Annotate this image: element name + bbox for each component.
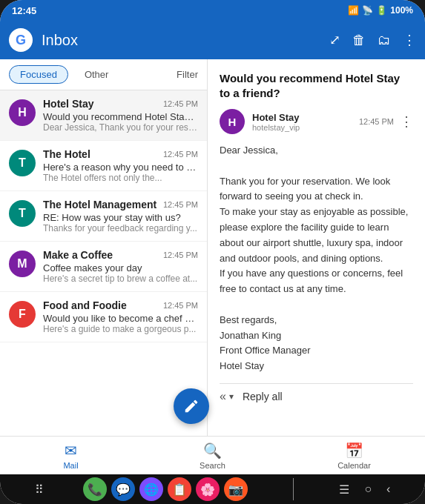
search-nav-icon: 🔍 [203, 442, 222, 460]
status-bar: 12:45 📶 📡 🔋 100% [0, 0, 425, 21]
nav-calendar[interactable]: 📅 Calendar [283, 437, 425, 474]
more-options-icon[interactable]: ⋮ [403, 32, 416, 48]
body-sign-off: Best regards, [220, 313, 413, 328]
app-icon-phone[interactable]: 📞 [83, 477, 107, 501]
email-sender-3: Make a Coffee [43, 249, 113, 261]
app-icon-flower[interactable]: 🌸 [196, 477, 220, 501]
tab-other[interactable]: Other [74, 66, 119, 83]
email-preview-4: Here's a guide to make a gorgeous p... [43, 324, 198, 334]
email-preview-1: The Hotel offers not only the... [43, 173, 198, 183]
detail-more-icon[interactable]: ⋮ [400, 113, 413, 130]
archive-icon[interactable]: 🗂 [378, 33, 391, 48]
email-time-4: 12:45 PM [163, 301, 198, 310]
android-nav-buttons: ☰ ○ ‹ [339, 483, 390, 497]
tabs-bar: Focused Other Filter [0, 59, 207, 90]
email-subject-1: Here's a reason why you need to stay [43, 162, 198, 173]
email-subject-4: Would you like to become a chef at you..… [43, 313, 198, 324]
wifi-icon: 📶 [348, 5, 359, 16]
email-time-3: 12:45 PM [163, 251, 198, 259]
app-icons-row: 📞 💬 🌐 📋 🌸 📷 [83, 477, 248, 501]
status-time: 12:45 [12, 5, 36, 16]
status-right: 📶 📡 🔋 100% [348, 5, 413, 16]
compose-fab[interactable] [174, 388, 209, 424]
email-preview-3: Here's a secret tip to brew a coffee at.… [43, 273, 198, 284]
reply-all-icon: « [220, 390, 226, 403]
sender-row: H Hotel Stay hotelstay_vip 12:45 PM ⋮ [220, 109, 413, 134]
battery-level: 100% [390, 5, 413, 16]
avatar-1: T [9, 150, 36, 176]
tab-focused[interactable]: Focused [9, 65, 68, 84]
header-actions: ⤢ 🗑 🗂 ⋮ [329, 32, 416, 48]
email-sender-1: The Hotel [43, 148, 90, 160]
calendar-nav-icon: 📅 [345, 442, 363, 460]
avatar-3: M [9, 251, 36, 277]
app-drawer-icon[interactable]: ⠿ [35, 483, 44, 497]
email-sender-2: The Hotel Management [43, 199, 157, 210]
delete-icon[interactable]: 🗑 [352, 33, 366, 48]
detail-sender-name: Hotel Stay [252, 112, 359, 123]
android-back-icon[interactable]: ‹ [386, 483, 390, 496]
email-content-4: Food and Foodie 12:45 PM Would you like … [43, 299, 198, 334]
nav-divider [293, 478, 294, 500]
email-item-4[interactable]: F Food and Foodie 12:45 PM Would you lik… [0, 292, 207, 342]
email-preview-2: Thanks for your feedback regarding y... [43, 223, 198, 233]
reply-all-button[interactable]: Reply all [243, 391, 283, 402]
app-icon-camera[interactable]: 📷 [224, 477, 248, 501]
email-content-0: Hotel Stay 12:45 PM Would you recommend … [43, 98, 198, 133]
detail-time: 12:45 PM [359, 117, 394, 126]
google-g-letter: G [16, 33, 26, 48]
battery-icon: 🔋 [376, 5, 387, 16]
body-paragraph-2: To make your stay as enjoyable as possib… [220, 205, 413, 266]
reply-dropdown-icon[interactable]: ▾ [229, 391, 234, 402]
email-header-row-4: Food and Foodie 12:45 PM [43, 299, 198, 311]
app-icon-tasks[interactable]: 📋 [168, 477, 191, 501]
email-preview-0: Dear Jessica, Thank you for your reser..… [43, 122, 198, 133]
email-time-2: 12:45 PM [163, 200, 198, 209]
google-logo: G [9, 28, 33, 52]
email-subject-2: RE: How was your stay with us? [43, 212, 198, 223]
body-title: Front Office Manager [220, 343, 413, 359]
android-home-icon[interactable]: ○ [364, 483, 372, 496]
body-greeting: Dear Jessica, [220, 143, 413, 159]
app-header: G Inbox ⤢ 🗑 🗂 ⋮ [0, 21, 425, 59]
bottom-nav: ✉ Mail 🔍 Search 📅 Calendar [0, 436, 425, 474]
email-item-1[interactable]: T The Hotel 12:45 PM Here's a reason why… [0, 141, 207, 191]
email-item-0[interactable]: H Hotel Stay 12:45 PM Would you recommen… [0, 90, 207, 141]
sender-info: Hotel Stay hotelstay_vip [252, 112, 359, 132]
body-paragraph-1: Thank you for your reservation. We look … [220, 174, 413, 205]
avatar-0: H [9, 99, 36, 126]
email-list: H Hotel Stay 12:45 PM Would you recommen… [0, 90, 207, 436]
email-subject-0: Would you recommend Hotel Stay to a fr..… [43, 111, 198, 122]
email-sender-4: Food and Foodie [43, 299, 127, 311]
expand-icon[interactable]: ⤢ [329, 32, 340, 48]
body-company: Hotel Stay [220, 359, 413, 374]
android-menu-icon[interactable]: ☰ [339, 483, 349, 497]
right-panel: Would you recommend Hotel Stay to a frie… [208, 59, 425, 436]
reply-bar: « ▾ Reply all [220, 383, 413, 403]
email-body: Dear Jessica, Thank you for your reserva… [220, 143, 413, 374]
left-panel: Focused Other Filter H Hotel Stay 12:45 … [0, 59, 208, 436]
email-header-row-3: Make a Coffee 12:45 PM [43, 249, 198, 261]
email-time-0: 12:45 PM [163, 99, 198, 108]
main-content: Focused Other Filter H Hotel Stay 12:45 … [0, 59, 425, 436]
app-icon-browser[interactable]: 🌐 [139, 477, 163, 501]
calendar-nav-label: Calendar [337, 461, 371, 470]
mail-nav-icon: ✉ [65, 442, 77, 460]
android-bar: ⠿ 📞 💬 🌐 📋 🌸 📷 ☰ ○ ‹ [0, 474, 425, 504]
phone-frame: 12:45 📶 📡 🔋 100% G Inbox ⤢ 🗑 🗂 ⋮ Focused… [0, 0, 425, 504]
email-item-3[interactable]: M Make a Coffee 12:45 PM Coffee makes yo… [0, 242, 207, 292]
detail-sender-avatar: H [220, 109, 245, 134]
app-icon-messages[interactable]: 💬 [111, 477, 135, 501]
avatar-4: F [9, 301, 36, 328]
email-header-row-1: The Hotel 12:45 PM [43, 148, 198, 160]
email-content-3: Make a Coffee 12:45 PM Coffee makes your… [43, 249, 198, 284]
nav-mail[interactable]: ✉ Mail [0, 437, 142, 474]
body-name: Jonathan King [220, 328, 413, 344]
email-item-2[interactable]: T The Hotel Management 12:45 PM RE: How … [0, 191, 207, 242]
detail-sender-email: hotelstay_vip [252, 123, 359, 132]
email-time-1: 12:45 PM [163, 150, 198, 159]
email-content-1: The Hotel 12:45 PM Here's a reason why y… [43, 148, 198, 183]
inbox-title: Inbox [42, 32, 329, 49]
nav-search[interactable]: 🔍 Search [142, 437, 283, 474]
filter-button[interactable]: Filter [177, 69, 198, 80]
